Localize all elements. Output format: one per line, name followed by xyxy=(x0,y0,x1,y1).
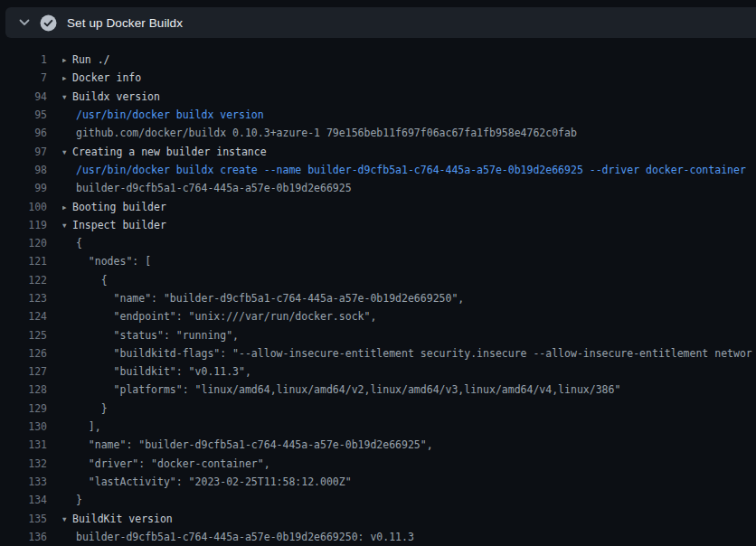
line-number[interactable]: 136 xyxy=(0,531,47,543)
log-output-text: "platforms": "linux/amd64,linux/amd64/v2… xyxy=(62,383,756,396)
log-line: 125 "status": "running", xyxy=(0,325,756,344)
check-circle-icon xyxy=(38,14,58,32)
line-number[interactable]: 130 xyxy=(0,420,47,433)
log-line: 134} xyxy=(0,491,756,509)
log-output-text: } xyxy=(62,494,756,506)
log-line: 124 "endpoint": "unix:///var/run/docker.… xyxy=(0,307,756,325)
log-line: 129 } xyxy=(0,400,756,418)
line-number[interactable]: 129 xyxy=(0,402,47,415)
line-number[interactable]: 7 xyxy=(0,71,47,84)
triangle-down-icon[interactable]: ▼ xyxy=(62,221,72,230)
group-title: Docker info xyxy=(72,71,141,84)
log-group-header[interactable]: ▶Docker info xyxy=(62,71,756,84)
log-output-text: "buildkit": "v0.11.3", xyxy=(62,365,756,378)
log-line: 97▼Creating a new builder instance xyxy=(0,142,756,160)
log-area: 1▶Run ./7▶Docker info94▼Buildx version95… xyxy=(0,38,756,546)
log-line: 119▼Inspect builder xyxy=(0,216,756,234)
line-number[interactable]: 123 xyxy=(0,292,47,305)
log-line: 133 "lastActivity": "2023-02-25T11:58:12… xyxy=(0,473,756,491)
log-line: 94▼Buildx version xyxy=(0,88,756,106)
group-title: BuildKit version xyxy=(72,513,173,525)
log-line: 99builder-d9cfb5a1-c764-445a-a57e-0b19d2… xyxy=(0,179,756,197)
log-line: 98/usr/bin/docker buildx create --name b… xyxy=(0,161,756,179)
log-group-header[interactable]: ▶Booting builder xyxy=(62,201,756,213)
log-line: 122 { xyxy=(0,271,756,289)
line-number[interactable]: 122 xyxy=(0,274,47,287)
group-title: Run ./ xyxy=(72,53,110,66)
step-header[interactable]: Set up Docker Buildx xyxy=(5,7,756,38)
log-line: 100▶Booting builder xyxy=(0,197,756,215)
line-number[interactable]: 120 xyxy=(0,237,47,249)
line-number[interactable]: 128 xyxy=(0,383,47,396)
log-line: 136builder-d9cfb5a1-c764-445a-a57e-0b19d… xyxy=(0,528,756,546)
log-command-text: /usr/bin/docker buildx create --name bui… xyxy=(62,164,756,176)
line-number[interactable]: 126 xyxy=(0,347,47,360)
log-line: 95/usr/bin/docker buildx version xyxy=(0,106,756,124)
line-number[interactable]: 127 xyxy=(0,365,47,378)
log-output-text: "status": "running", xyxy=(62,329,756,342)
log-line: 127 "buildkit": "v0.11.3", xyxy=(0,362,756,381)
triangle-down-icon[interactable]: ▼ xyxy=(62,148,72,156)
log-line: 126 "buildkitd-flags": "--allow-insecure… xyxy=(0,344,756,362)
group-title: Buildx version xyxy=(72,90,160,103)
line-number[interactable]: 100 xyxy=(0,201,47,213)
line-number[interactable]: 97 xyxy=(0,146,47,158)
line-number[interactable]: 96 xyxy=(0,127,47,139)
chevron-down-icon[interactable] xyxy=(11,19,38,26)
log-output-text: builder-d9cfb5a1-c764-445a-a57e-0b19d2e6… xyxy=(62,182,756,194)
log-group-header[interactable]: ▼BuildKit version xyxy=(62,513,756,525)
line-number[interactable]: 124 xyxy=(0,310,47,323)
log-output-text: { xyxy=(62,237,756,249)
triangle-down-icon[interactable]: ▼ xyxy=(62,93,72,101)
group-title: Creating a new builder instance xyxy=(72,146,267,158)
log-line: 132 "driver": "docker-container", xyxy=(0,455,756,473)
log-output-text: "name": "builder-d9cfb5a1-c764-445a-a57e… xyxy=(62,292,756,305)
log-line: 130 ], xyxy=(0,418,756,436)
line-number[interactable]: 132 xyxy=(0,457,47,470)
log-output-text: "driver": "docker-container", xyxy=(62,457,756,470)
log-output-text: "lastActivity": "2023-02-25T11:58:12.000… xyxy=(62,475,756,488)
triangle-down-icon[interactable]: ▼ xyxy=(62,515,72,523)
log-line: 96github.com/docker/buildx 0.10.3+azure-… xyxy=(0,124,756,142)
line-number[interactable]: 98 xyxy=(0,164,47,176)
group-title: Booting builder xyxy=(72,201,166,213)
log-output-text: builder-d9cfb5a1-c764-445a-a57e-0b19d2e6… xyxy=(62,531,756,543)
line-number[interactable]: 134 xyxy=(0,494,47,506)
line-number[interactable]: 1 xyxy=(0,53,47,66)
log-group-header[interactable]: ▶Run ./ xyxy=(62,53,756,66)
step-title: Set up Docker Buildx xyxy=(67,16,183,30)
log-group-header[interactable]: ▼Buildx version xyxy=(62,90,756,103)
line-number[interactable]: 125 xyxy=(0,329,47,342)
log-line: 131 "name": "builder-d9cfb5a1-c764-445a-… xyxy=(0,436,756,454)
line-number[interactable]: 121 xyxy=(0,255,47,268)
line-number[interactable]: 133 xyxy=(0,475,47,488)
log-line: 121 "nodes": [ xyxy=(0,252,756,270)
log-output-text: ], xyxy=(62,420,756,433)
log-line: 128 "platforms": "linux/amd64,linux/amd6… xyxy=(0,381,756,399)
log-output-text: "buildkitd-flags": "--allow-insecure-ent… xyxy=(62,347,756,360)
log-group-header[interactable]: ▼Inspect builder xyxy=(62,219,756,231)
log-line: 7▶Docker info xyxy=(0,69,756,87)
log-command-text: /usr/bin/docker buildx version xyxy=(62,108,756,121)
line-number[interactable]: 95 xyxy=(0,108,47,121)
log-output-text: } xyxy=(62,402,756,415)
triangle-right-icon[interactable]: ▶ xyxy=(62,203,72,212)
log-output-text: github.com/docker/buildx 0.10.3+azure-1 … xyxy=(62,127,756,139)
log-group-header[interactable]: ▼Creating a new builder instance xyxy=(62,146,756,158)
line-number[interactable]: 131 xyxy=(0,438,47,451)
log-line: 123 "name": "builder-d9cfb5a1-c764-445a-… xyxy=(0,289,756,307)
triangle-right-icon[interactable]: ▶ xyxy=(62,56,72,64)
log-line: 120{ xyxy=(0,234,756,252)
log-line: 135▼BuildKit version xyxy=(0,509,756,527)
log-output-text: { xyxy=(62,274,756,287)
line-number[interactable]: 99 xyxy=(0,182,47,194)
log-output-text: "nodes": [ xyxy=(62,255,756,268)
line-number[interactable]: 135 xyxy=(0,513,47,525)
log-line: 1▶Run ./ xyxy=(0,51,756,69)
line-number[interactable]: 119 xyxy=(0,219,47,231)
log-output-text: "endpoint": "unix:///var/run/docker.sock… xyxy=(62,310,756,323)
triangle-right-icon[interactable]: ▶ xyxy=(62,74,72,82)
log-output-text: "name": "builder-d9cfb5a1-c764-445a-a57e… xyxy=(62,438,756,451)
group-title: Inspect builder xyxy=(72,219,166,231)
line-number[interactable]: 94 xyxy=(0,90,47,103)
